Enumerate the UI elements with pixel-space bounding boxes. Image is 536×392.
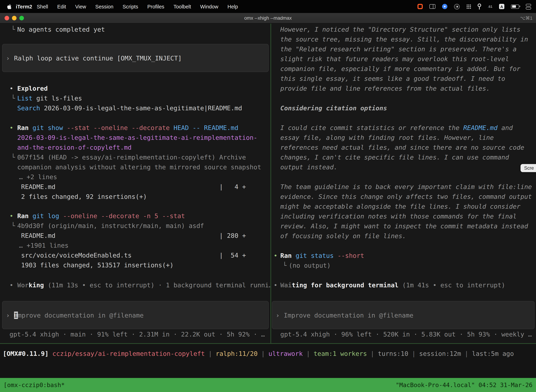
ran-git-show-line: •Ran git show --stat --oneline --decorat… <box>0 123 270 133</box>
tmux-session-info[interactable]: [omx-cczip0:bash* <box>4 382 65 388</box>
more-lines-indicator[interactable]: … +2 lines <box>0 172 270 182</box>
screen-recording-indicator-icon[interactable] <box>417 4 423 9</box>
window-title-bar: omx --xhigh --madmax ⌥⌘1 <box>0 13 536 23</box>
thinking-line: output instead. <box>271 162 536 172</box>
menu-item-toolbelt[interactable]: Toolbelt <box>173 4 191 9</box>
explored-title: Explored <box>17 85 48 92</box>
dark-app-icon[interactable] <box>454 4 460 9</box>
blue-app-icon[interactable] <box>442 4 447 9</box>
separator: | <box>258 350 268 357</box>
menu-item-help[interactable]: Help <box>228 4 238 9</box>
menu-item-profiles[interactable]: Profiles <box>147 4 164 9</box>
menu-item-edit[interactable]: Edit <box>57 4 66 9</box>
prompt-glyph: › <box>6 311 10 319</box>
omx-project-path: cczip/essay/ai-reimplementation-copyleft <box>53 350 205 357</box>
thinking-line: The team guideline is to back every impo… <box>271 182 536 192</box>
menu-bar: iTerm2 Shell Edit View Session Scripts P… <box>0 0 536 13</box>
model-status-line-right: gpt-5.4 xhigh · 96% left · 520K in · 5.8… <box>271 330 536 339</box>
diffstat-summary-line: 2 files changed, 92 insertions(+) <box>0 192 270 202</box>
screen: iTerm2 Shell Edit View Session Scripts P… <box>0 0 536 392</box>
battery-icon[interactable] <box>511 5 519 9</box>
git-show-flags: --stat --oneline --decorate <box>67 124 170 131</box>
bullet-glyph: • <box>274 251 278 261</box>
branch-glyph: └ <box>283 261 287 271</box>
model-status-line-left: gpt-5.4 xhigh · main · 91% left · 2.31M … <box>0 330 270 339</box>
branch-glyph: └ <box>11 93 15 103</box>
list-arg: git ls-files <box>36 94 82 102</box>
separator: | <box>205 350 216 357</box>
menu-stat-value[interactable]: .61 <box>488 5 492 9</box>
more-lines-indicator[interactable]: … +1901 lines <box>0 241 270 250</box>
dots-grid-icon[interactable] <box>466 4 471 9</box>
explored-search-line: Search 2026-03-09-is-legal-the-same-as-l… <box>0 103 270 113</box>
menu-status-area: .61 A <box>417 4 536 9</box>
screen-overlay-pill[interactable]: Scre <box>521 164 536 172</box>
thinking-line: references need actual files, and since … <box>271 143 536 152</box>
composer-placeholder: Improve documentation in @filename <box>284 311 413 319</box>
key-head <box>478 4 481 7</box>
terminal-pane-left[interactable]: └No agents completed yet ›Ralph loop act… <box>0 23 270 343</box>
terminal-pane-right[interactable]: However, I noticed the "Directory Struct… <box>271 23 536 343</box>
waiting-label-bright: ting for background terminal <box>292 281 398 289</box>
thinking-line: slight risk that future readers may over… <box>271 54 536 64</box>
list-verb: List <box>17 94 33 102</box>
working-label-dim: Wor <box>17 281 29 289</box>
thinking-line: the "Related research writing" section i… <box>271 44 536 54</box>
logstat-voice-line: src/voice/voiceModeEnabled.ts | 54 + <box>0 250 270 260</box>
branch-glyph: └ <box>11 221 15 231</box>
essay-filename-line1: 2026-03-09-is-legal-the-same-as-legitima… <box>0 133 270 143</box>
working-status-line: •Working (11m 13s • esc to interrupt) · … <box>0 280 270 290</box>
composer-input-right[interactable]: ›Improve documentation in @filename <box>272 301 535 329</box>
logstat-summary-line: 1903 files changed, 513517 insertions(+) <box>0 260 270 270</box>
omx-ralph-count: ralph:11/20 <box>215 350 258 357</box>
control-center-icon[interactable] <box>526 4 531 9</box>
input-source-icon[interactable]: A <box>499 4 504 9</box>
thinking-line: companion file, especially if more comme… <box>271 64 536 74</box>
menu-item-window[interactable]: Window <box>200 4 218 9</box>
composer-placeholder: mprove documentation in @filename <box>18 311 144 319</box>
menu-item-shell[interactable]: Shell <box>37 4 48 9</box>
explored-list-line: └List git ls-files <box>0 93 270 103</box>
separator: | <box>461 350 472 357</box>
git-status-flags: --short <box>337 252 364 259</box>
thinking-line-with-link: I could cite commit statistics or refere… <box>271 123 536 133</box>
ran-verb: Ran <box>280 252 292 259</box>
omx-turns: turns:10 <box>378 350 408 357</box>
search-verb: Search <box>17 104 40 112</box>
apple-menu[interactable] <box>0 4 16 9</box>
battery-tip <box>519 6 520 7</box>
apple-icon <box>7 4 12 9</box>
window-manager-icon[interactable] <box>429 4 436 9</box>
readme-link[interactable]: README.md <box>463 124 498 131</box>
composer-input-left[interactable]: ›Improve documentation in @filename <box>2 301 269 329</box>
diffstat-readme-line: README.md | 4 + <box>0 182 270 192</box>
working-detail: (11m 13s • esc to interrupt) · 1 backgro… <box>48 281 270 289</box>
ran-git-log-line: •Ran git log --oneline --decorate -n 5 -… <box>0 211 270 221</box>
thinking-line: review. Also, I might want to inspect th… <box>271 221 536 231</box>
password-key-icon[interactable] <box>478 4 481 9</box>
agents-status-line: └No agents completed yet <box>0 25 270 34</box>
branch-glyph: └ <box>11 152 15 162</box>
menu-item-view[interactable]: View <box>75 4 86 9</box>
log-commit-line: └4b9d30f (origin/main, instructkr/main, … <box>0 221 270 231</box>
menu-item-session[interactable]: Session <box>95 4 113 9</box>
menu-item-app[interactable]: iTerm2 <box>16 4 32 9</box>
search-arg: 2026-03-09-is-legal-the-same-as-legitima… <box>44 104 242 112</box>
bullet-glyph: • <box>274 280 278 290</box>
prompt-glyph: › <box>6 54 10 62</box>
log-commit-text: 4b9d30f (origin/main, instructkr/main, m… <box>17 222 204 229</box>
thinking-line: might be acceptable alongside the file l… <box>271 202 536 211</box>
thinking-text: I could cite commit statistics or refere… <box>280 124 459 131</box>
thinking-line: evidence. Since this change only affects… <box>271 192 536 202</box>
key-stem <box>479 7 480 9</box>
git-status-cmd: git status <box>296 252 334 259</box>
omx-mode: ultrawork <box>268 350 303 357</box>
commit-message-text: 067f154 (HEAD -> essay/ai-reimplementati… <box>17 154 246 161</box>
git-show-args: HEAD -- README.md <box>174 124 238 131</box>
tmux-host-clock: "MacBook-Pro-44.local" 04:52 31-Mar-26 <box>396 382 532 388</box>
thinking-heading: Considering citation options <box>271 103 536 113</box>
bullet-glyph: • <box>10 84 13 93</box>
branch-glyph: └ <box>11 25 15 34</box>
thinking-line: including verification notes with those … <box>271 211 536 221</box>
menu-item-scripts[interactable]: Scripts <box>123 4 138 9</box>
